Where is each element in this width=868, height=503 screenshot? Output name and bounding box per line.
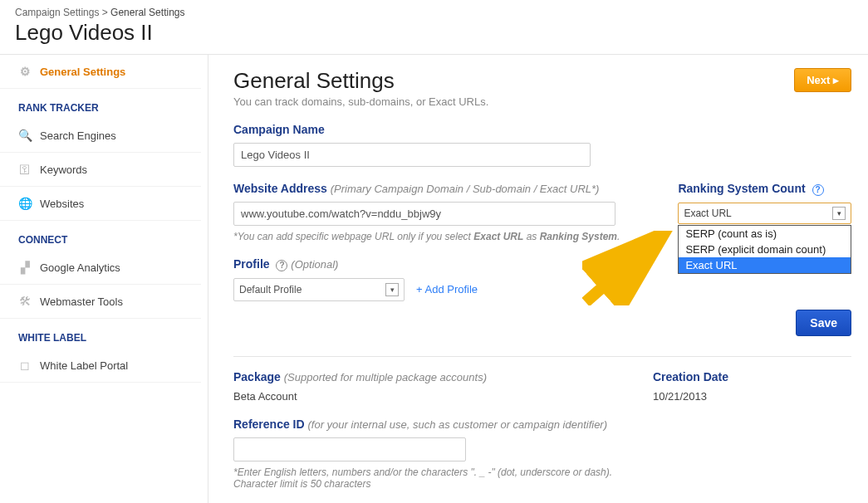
key-icon: ⚿ — [18, 163, 32, 176]
package-value: Beta Account — [233, 390, 487, 403]
sidebar-item-general[interactable]: ⚙ General Settings — [0, 55, 201, 89]
sidebar-item-keywords[interactable]: ⚿ Keywords — [0, 153, 201, 187]
main-subtitle: You can track domains, sub-domains, or E… — [233, 95, 488, 108]
reference-id-hint: (for your internal use, such as customer… — [307, 418, 607, 431]
website-address-label: Website Address (Primary Campaign Domain… — [233, 182, 620, 195]
ranking-system-selected: Exact URL — [684, 208, 731, 219]
breadcrumb-sep: > — [102, 7, 108, 18]
breadcrumb: Campaign Settings > General Settings — [15, 7, 853, 18]
add-profile-link[interactable]: + Add Profile — [416, 283, 478, 295]
campaign-name-label: Campaign Name — [233, 123, 851, 136]
sidebar-item-label: Search Engines — [40, 129, 116, 142]
chevron-down-icon: ▾ — [832, 207, 846, 220]
campaign-name-input[interactable] — [233, 143, 591, 167]
page-title: Lego Videos II — [15, 20, 853, 46]
save-button[interactable]: Save — [796, 310, 851, 336]
website-address-hint: (Primary Campaign Domain / Sub-domain / … — [331, 183, 600, 195]
ranking-system-label: Ranking System Count ? — [678, 182, 851, 196]
sidebar-section-rank-tracker: RANK TRACKER — [0, 89, 201, 119]
ranking-system-dropdown: SERP (count as is) SERP (explicit domain… — [678, 225, 851, 274]
ranking-option-serp-explicit[interactable]: SERP (explicit domain count) — [679, 242, 851, 257]
search-icon: 🔍 — [18, 129, 32, 142]
sidebar-item-white-label-portal[interactable]: ◻ White Label Portal — [0, 349, 201, 383]
ranking-option-serp-asis[interactable]: SERP (count as is) — [679, 226, 851, 242]
website-address-note: *You can add specific webpage URL only i… — [233, 231, 620, 242]
help-icon[interactable]: ? — [812, 184, 824, 196]
package-hint: (Supported for multiple package accounts… — [284, 371, 487, 383]
reference-id-label: Reference ID (for your internal use, suc… — [233, 418, 851, 431]
page-header: Campaign Settings > General Settings Leg… — [0, 0, 868, 54]
sidebar-item-websites[interactable]: 🌐 Websites — [0, 187, 201, 221]
chevron-right-icon: ▸ — [833, 74, 839, 86]
tools-icon: 🛠 — [18, 295, 32, 308]
main-title: General Settings — [233, 68, 488, 94]
sidebar-item-label: Keywords — [40, 164, 87, 176]
sidebar-section-white-label: WHITE LABEL — [0, 319, 201, 349]
ranking-system-select[interactable]: Exact URL ▾ — [678, 203, 851, 224]
breadcrumb-parent[interactable]: Campaign Settings — [15, 7, 99, 18]
sidebar-item-label: White Label Portal — [40, 359, 128, 372]
sidebar-item-label: Webmaster Tools — [40, 295, 123, 308]
package-label: Package (Supported for multiple package … — [233, 370, 487, 383]
profile-hint: (Optional) — [291, 258, 338, 271]
portal-icon: ◻ — [18, 359, 32, 372]
creation-date-label: Creation Date — [653, 370, 728, 383]
sidebar-section-connect: CONNECT — [0, 221, 201, 251]
gear-icon: ⚙ — [18, 65, 32, 78]
sidebar-item-label: Google Analytics — [40, 261, 120, 274]
sidebar-item-search-engines[interactable]: 🔍 Search Engines — [0, 119, 201, 153]
reference-id-input[interactable] — [233, 437, 466, 461]
next-button[interactable]: Next ▸ — [794, 68, 851, 92]
profile-select[interactable]: Default Profile ▾ — [233, 278, 405, 301]
sidebar: ⚙ General Settings RANK TRACKER 🔍 Search… — [0, 55, 201, 383]
chevron-down-icon: ▾ — [385, 283, 399, 296]
ranking-option-exact-url[interactable]: Exact URL — [679, 257, 851, 273]
sidebar-item-webmaster-tools[interactable]: 🛠 Webmaster Tools — [0, 285, 201, 319]
help-icon[interactable]: ? — [276, 260, 287, 271]
analytics-icon: ▞ — [18, 261, 32, 274]
sidebar-item-google-analytics[interactable]: ▞ Google Analytics — [0, 251, 201, 285]
main-panel: General Settings You can track domains, … — [208, 55, 868, 503]
breadcrumb-current: General Settings — [110, 7, 184, 18]
profile-select-value: Default Profile — [239, 284, 302, 295]
globe-icon: 🌐 — [18, 197, 32, 210]
website-address-input[interactable] — [233, 202, 615, 226]
sidebar-item-label: Websites — [40, 198, 84, 210]
next-button-label: Next — [807, 74, 830, 86]
reference-id-note: *Enter English letters, numbers and/or t… — [233, 466, 851, 490]
creation-date-value: 10/21/2013 — [653, 390, 728, 403]
sidebar-item-label: General Settings — [40, 66, 125, 78]
